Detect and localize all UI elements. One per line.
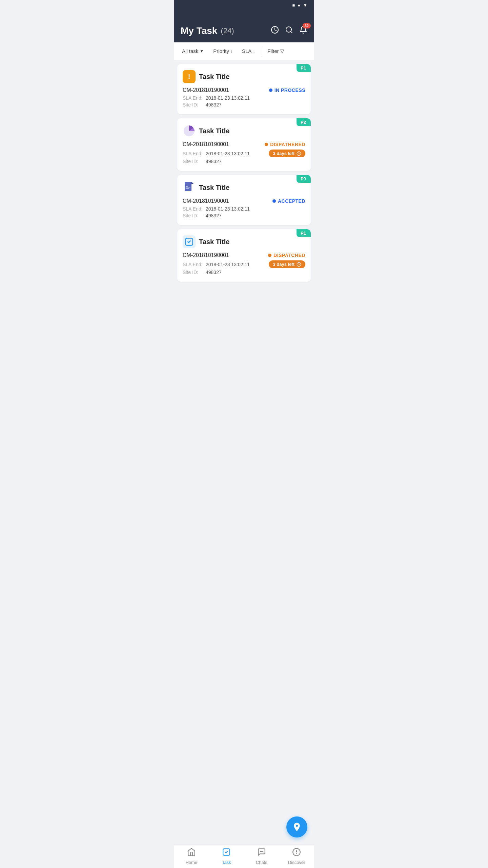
sla-label: SLA End:: [183, 262, 204, 267]
svg-rect-7: [186, 187, 190, 188]
filter-bar: All task ▼ Priority ↓ SLA ↓ Filter ▽: [174, 42, 314, 60]
nav-chats-label: Chats: [256, 860, 267, 865]
sla-label: SLA End:: [183, 95, 204, 101]
svg-line-2: [291, 32, 292, 33]
task-header: Task Title: [183, 235, 305, 248]
task-title: Task Title: [199, 238, 229, 246]
task-id-row: CM-201810190001 IN PROCESS: [183, 87, 305, 93]
discover-icon: [292, 848, 301, 859]
sla-value: 2018-01-23 13:02:11: [206, 151, 250, 156]
header-title-container: My Task (24): [181, 25, 234, 36]
nav-discover[interactable]: Discover: [279, 845, 314, 868]
filter-label: Filter: [267, 48, 279, 54]
task-sla-row: SLA End: 2018-01-23 13:02:11: [183, 206, 305, 212]
search-button[interactable]: [285, 26, 293, 36]
status-icon-signal: ▼: [303, 3, 307, 8]
all-task-label: All task: [182, 48, 198, 54]
header-actions: 32: [271, 26, 307, 36]
nav-task-label: Task: [222, 860, 231, 865]
sla-label: SLA End:: [183, 151, 204, 156]
site-value: 498327: [206, 213, 222, 218]
task-site-row: Site ID: 498327: [183, 159, 305, 164]
priority-label: Priority: [213, 48, 229, 54]
fab-location-button[interactable]: [286, 816, 307, 837]
notification-button[interactable]: 32: [299, 26, 307, 36]
nav-task[interactable]: Task: [209, 845, 244, 868]
task-card[interactable]: P2 Task Title CM-201810190001 DISPATHERE…: [177, 118, 311, 171]
task-site-row: Site ID: 498327: [183, 270, 305, 275]
task-icon: [222, 848, 231, 859]
status-icon-circle: ●: [298, 3, 300, 8]
task-type-icon: !: [183, 70, 196, 83]
svg-rect-6: [186, 186, 188, 187]
task-type-icon: [183, 235, 196, 248]
filter-button[interactable]: Filter ▽: [263, 42, 289, 60]
all-task-filter[interactable]: All task ▼: [177, 42, 208, 60]
all-task-dropdown-icon: ▼: [200, 49, 204, 54]
task-title: Task Title: [199, 73, 229, 81]
site-value: 498327: [206, 102, 222, 107]
sla-label: SLA End:: [183, 206, 204, 212]
filter-icon: ▽: [280, 48, 284, 54]
sla-value: 2018-01-23 13:02:11: [206, 206, 250, 212]
days-left-badge: 3 days left: [269, 260, 305, 268]
task-header: Task Title: [183, 124, 305, 137]
site-label: Site ID:: [183, 270, 204, 275]
task-id-row: CM-201810190001 DISPATCHED: [183, 252, 305, 258]
sla-label: SLA: [242, 48, 251, 54]
nav-home[interactable]: Home: [174, 845, 209, 868]
site-label: Site ID:: [183, 213, 204, 218]
site-label: Site ID:: [183, 102, 204, 107]
task-type-icon: [183, 124, 196, 137]
svg-rect-8: [186, 188, 189, 189]
task-type-icon: [183, 181, 196, 194]
site-label: Site ID:: [183, 159, 204, 164]
task-sla: SLA End: 2018-01-23 13:02:11: [183, 95, 250, 101]
task-card[interactable]: P1 Task Title CM-201810190001 DISPATCHED…: [177, 229, 311, 282]
page-title: My Task: [181, 25, 217, 36]
history-button[interactable]: [271, 26, 279, 36]
site-value: 498327: [206, 270, 222, 275]
sla-value: 2018-01-23 13:02:11: [206, 262, 250, 267]
task-sla: SLA End: 2018-01-23 13:02:11: [183, 206, 250, 212]
nav-chats[interactable]: Chats: [244, 845, 279, 868]
priority-filter[interactable]: Priority ↓: [208, 42, 237, 60]
task-site-row: Site ID: 498327: [183, 102, 305, 107]
task-card[interactable]: P3 Task Title CM-201810190001 ACCEPTED S…: [177, 175, 311, 225]
task-card[interactable]: P1 ! Task Title CM-201810190001 IN PROCE…: [177, 64, 311, 114]
task-title: Task Title: [199, 184, 229, 192]
task-status: IN PROCESS: [269, 87, 305, 93]
status-icon-square: ■: [292, 3, 295, 8]
sla-sort-icon: ↓: [253, 49, 255, 54]
task-sla: SLA End: 2018-01-23 13:02:11: [183, 262, 250, 267]
task-header: Task Title: [183, 181, 305, 194]
task-status: ACCEPTED: [272, 198, 305, 204]
task-site: Site ID: 498327: [183, 213, 222, 218]
task-id: CM-201810190001: [183, 252, 229, 258]
nav-discover-label: Discover: [288, 860, 305, 865]
task-title: Task Title: [199, 127, 229, 135]
priority-badge: P1: [297, 229, 311, 237]
priority-sort-icon: ↓: [230, 49, 232, 54]
sla-filter[interactable]: SLA ↓: [237, 42, 260, 60]
bottom-navigation: Home Task Chats D: [174, 844, 314, 868]
task-id: CM-201810190001: [183, 198, 229, 204]
task-site: Site ID: 498327: [183, 102, 222, 107]
site-value: 498327: [206, 159, 222, 164]
priority-badge: P2: [297, 118, 311, 126]
task-header: ! Task Title: [183, 70, 305, 83]
priority-badge: P3: [297, 175, 311, 183]
task-sla: SLA End: 2018-01-23 13:02:11: [183, 151, 250, 156]
task-id-row: CM-201810190001 ACCEPTED: [183, 198, 305, 204]
priority-badge: P1: [297, 64, 311, 72]
nav-home-label: Home: [185, 860, 197, 865]
task-id: CM-201810190001: [183, 141, 229, 147]
task-list: P1 ! Task Title CM-201810190001 IN PROCE…: [174, 60, 314, 312]
notification-badge: 32: [303, 23, 311, 28]
task-sla-row: SLA End: 2018-01-23 13:02:11 3 days left: [183, 150, 305, 157]
task-count: (24): [221, 26, 234, 35]
sla-value: 2018-01-23 13:02:11: [206, 95, 250, 101]
header: My Task (24) 32: [174, 9, 314, 42]
system-status-bar: ■ ● ▼: [174, 0, 314, 9]
task-sla-row: SLA End: 2018-01-23 13:02:11 3 days left: [183, 260, 305, 268]
